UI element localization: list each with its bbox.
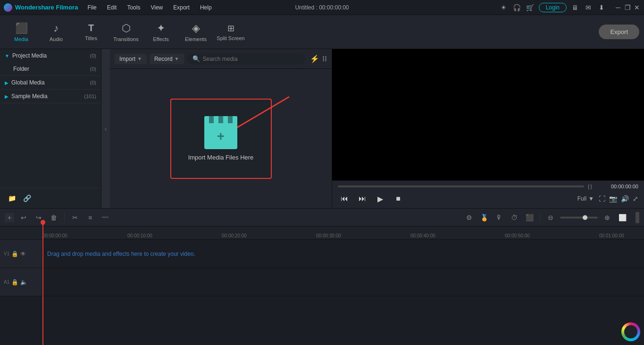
menu-help[interactable]: Help (195, 2, 217, 13)
video-eye-icon[interactable]: 👁 (20, 251, 26, 257)
audio-lock-icon[interactable]: 🔒 (11, 279, 18, 286)
global-media-label: Global Media (11, 79, 90, 86)
sidebar-section-project: ▼ Project Media (0) Folder (0) (0, 49, 101, 76)
playhead[interactable] (42, 222, 43, 345)
maximize-button[interactable]: ❐ (624, 4, 631, 11)
media-label: Media (14, 36, 28, 42)
timeline-add-button[interactable]: + (5, 213, 14, 222)
minimize-button[interactable]: ─ (615, 4, 621, 11)
sidebar-item-sample-media[interactable]: ▶ Sample Media (101) (0, 90, 101, 103)
volume-icon[interactable]: 🔊 (621, 195, 629, 202)
download-icon[interactable]: ⬇ (597, 3, 606, 12)
watermark-logo (621, 322, 640, 341)
fit-icon[interactable]: ⬜ (617, 212, 628, 223)
zoom-in-icon[interactable]: ⊕ (602, 212, 613, 223)
sun-icon[interactable]: ☀ (499, 3, 509, 12)
toolbar-titles[interactable]: T Titles (75, 18, 108, 46)
ruler-time-2: 00:00:20:00 (222, 233, 247, 238)
sample-media-label: Sample Media (11, 93, 84, 100)
timeline-mic-icon[interactable]: 🎙 (493, 212, 505, 223)
timeline-tracks: V1 🔒 👁 Drag and drop media and effects h… (0, 240, 644, 345)
grid-icon[interactable]: ⁞⁞ (322, 54, 327, 63)
title-bar: Wondershare Filmora File Edit Tools View… (0, 0, 644, 15)
import-button[interactable]: Import ▼ (115, 54, 147, 64)
ruler-time-0: 00:00:00:00 (42, 233, 67, 238)
video-lock-icon[interactable]: 🔒 (11, 251, 18, 257)
frame-back-button[interactable]: ⏭ (356, 192, 369, 205)
toolbar-elements[interactable]: ◈ Elements (179, 18, 212, 46)
search-input[interactable] (203, 56, 300, 62)
sidebar-bottom: 📁 🔗 (0, 188, 101, 208)
play-button[interactable]: ▶ (374, 192, 387, 205)
timeline-gear-icon[interactable]: ⚙ (463, 212, 475, 223)
menu-edit[interactable]: Edit (102, 2, 122, 13)
toolbar-effects[interactable]: ✦ Effects (144, 18, 177, 46)
ruler-time-5: 00:00:50:00 (505, 233, 530, 238)
audio-track-number: A1 (4, 279, 9, 285)
record-label: Record (154, 56, 173, 62)
progress-bar-container: { } 00:00:00:00 (338, 184, 638, 189)
zoom-slider[interactable] (560, 217, 598, 219)
media-panel: Import ▼ Record ▼ 🔍 ⚡ ⁞⁞ (110, 49, 332, 208)
split-screen-icon: ⊞ (227, 23, 234, 34)
screenshot-icon[interactable]: 📷 (609, 195, 617, 202)
sidebar-item-folder[interactable]: Folder (0) (0, 62, 101, 76)
audio-track-header-1: A1 🔒 🔈 (0, 268, 42, 296)
export-button[interactable]: Export (599, 25, 639, 39)
toolbar-audio[interactable]: ♪ Audio (40, 18, 73, 46)
audio-volume-icon[interactable]: 🔈 (20, 279, 27, 286)
progress-bar[interactable] (338, 185, 584, 187)
fullscreen-icon[interactable]: ⛶ (599, 195, 605, 202)
clapper-plus-icon: + (217, 129, 225, 144)
login-button[interactable]: Login (539, 3, 567, 12)
cart-icon[interactable]: 🛒 (526, 3, 535, 12)
quality-selector[interactable]: Full ▼ (577, 195, 594, 202)
folder-link-icon[interactable]: 🔗 (21, 192, 33, 204)
close-button[interactable]: ✕ (634, 4, 640, 11)
transitions-label: Transitions (113, 36, 138, 42)
headset-icon[interactable]: 🎧 (512, 3, 522, 12)
mail-icon[interactable]: ✉ (584, 3, 593, 12)
sidebar-collapse-button[interactable]: ‹ (101, 49, 110, 208)
ruler-time-1: 00:00:10:00 (127, 233, 152, 238)
menu-bar: File Edit Tools View Export Help (83, 2, 499, 13)
menu-tools[interactable]: Tools (122, 2, 145, 13)
media-content: + Import Media Files Here (110, 69, 332, 208)
skip-back-button[interactable]: ⏮ (338, 192, 351, 205)
expand-icon[interactable]: ⤢ (633, 195, 638, 202)
menu-view[interactable]: View (146, 2, 167, 13)
record-button[interactable]: Record ▼ (150, 54, 184, 64)
delete-button[interactable]: 🗑 (48, 212, 59, 223)
filter-icon[interactable]: ⚡ (310, 54, 319, 63)
folder-count: (0) (90, 66, 96, 72)
toolbar-transitions[interactable]: ⬡ Transitions (109, 18, 142, 46)
preview-video-area (332, 49, 644, 180)
preview-panel: { } 00:00:00:00 ⏮ ⏭ ▶ ■ Full ▼ ⛶ 📷 🔊 ⤢ (332, 49, 644, 208)
video-track-header-1: V1 🔒 👁 (0, 240, 42, 268)
quality-dropdown-icon: ▼ (588, 195, 594, 202)
menu-file[interactable]: File (83, 2, 101, 13)
timeline-subtitle-icon[interactable]: ⬛ (524, 212, 535, 223)
timeline-caption-icon[interactable]: ⏱ (509, 212, 520, 223)
timeline-badge-icon[interactable]: 🏅 (478, 212, 490, 223)
adjust-button[interactable]: ≡ (84, 212, 96, 223)
undo-button[interactable]: ↩ (18, 212, 29, 223)
zoom-out-icon[interactable]: ⊖ (545, 212, 556, 223)
split-screen-label: Split Screen (217, 35, 244, 41)
audio-icon: ♪ (54, 22, 59, 34)
project-media-label: Project Media (12, 52, 90, 59)
video-track-number: V1 (4, 251, 9, 256)
toolbar-split-screen[interactable]: ⊞ Split Screen (214, 18, 247, 46)
audio-track-content-1 (42, 268, 644, 296)
cut-button[interactable]: ✂ (69, 212, 81, 223)
add-folder-icon[interactable]: 📁 (6, 192, 18, 204)
sample-media-count: (101) (84, 93, 96, 99)
waveform-button[interactable]: 〰 (100, 212, 111, 223)
import-media-box[interactable]: + Import Media Files Here (170, 99, 272, 179)
menu-export[interactable]: Export (168, 2, 194, 13)
toolbar-media[interactable]: ⬛ Media (5, 18, 38, 46)
stop-button[interactable]: ■ (392, 192, 405, 205)
sidebar-item-project-media[interactable]: ▼ Project Media (0) (0, 49, 101, 62)
monitor-icon[interactable]: 🖥 (570, 3, 580, 12)
sidebar-item-global-media[interactable]: ▶ Global Media (0) (0, 76, 101, 89)
